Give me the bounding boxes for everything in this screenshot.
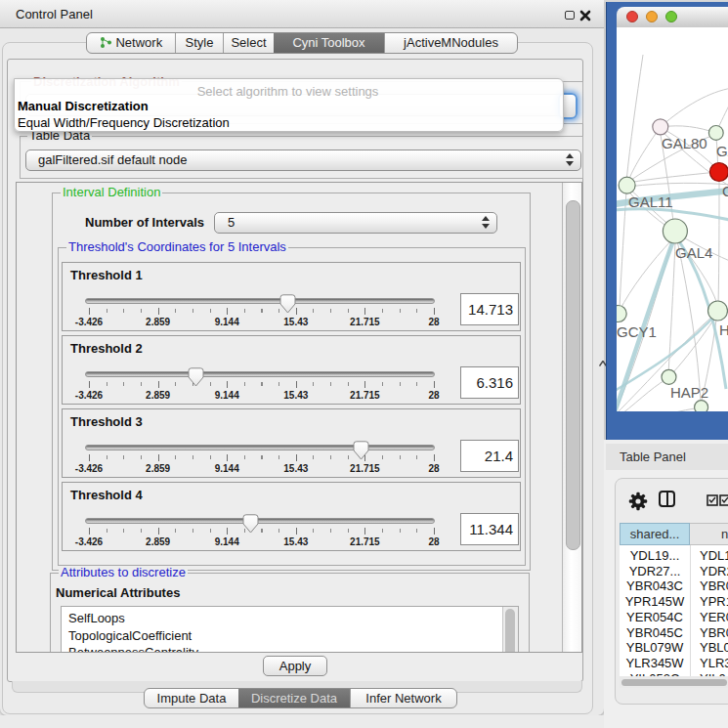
svg-text:GAL11: GAL11 xyxy=(628,193,673,210)
svg-text:GA: GA xyxy=(716,143,728,159)
svg-text:GCY1: GCY1 xyxy=(617,323,657,340)
svg-text:GAL4: GAL4 xyxy=(675,244,712,261)
svg-text:HAP2: HAP2 xyxy=(670,384,708,401)
svg-text:GAL80: GAL80 xyxy=(662,135,707,151)
svg-text:H: H xyxy=(719,321,728,338)
svg-text:C: C xyxy=(722,183,728,199)
